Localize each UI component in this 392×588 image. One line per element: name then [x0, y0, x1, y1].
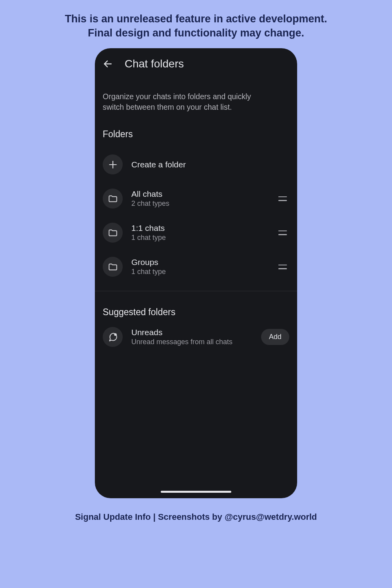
folder-subtitle: 2 chat types — [131, 200, 270, 208]
back-arrow-icon[interactable] — [103, 59, 113, 69]
disclaimer-banner: This is an unreleased feature in active … — [65, 0, 327, 40]
description-text: Organize your chats into folders and qui… — [103, 91, 289, 113]
suggested-row-unreads: Unreads Unread messages from all chats A… — [103, 318, 289, 356]
folder-row-groups[interactable]: Groups 1 chat type — [103, 250, 289, 284]
phone-frame: Chat folders Organize your chats into fo… — [95, 48, 297, 498]
folder-name: 1:1 chats — [131, 223, 270, 233]
folder-name: Groups — [131, 258, 270, 267]
folder-subtitle: 1 chat type — [131, 234, 270, 242]
folder-name: All chats — [131, 189, 270, 199]
create-folder-row[interactable]: Create a folder — [103, 147, 289, 181]
page-title: Chat folders — [125, 58, 184, 70]
suggested-section-title: Suggested folders — [103, 307, 289, 318]
drag-handle-icon[interactable] — [278, 230, 287, 235]
folder-icon-wrap — [103, 223, 123, 243]
folder-icon-wrap — [103, 257, 123, 277]
drag-handle-icon[interactable] — [278, 265, 287, 269]
folder-subtitle: 1 chat type — [131, 268, 270, 276]
folders-section-title: Folders — [103, 129, 289, 140]
drag-handle-icon[interactable] — [278, 196, 287, 201]
disclaimer-line1: This is an unreleased feature in active … — [65, 12, 327, 26]
home-indicator[interactable] — [161, 491, 231, 493]
folder-icon — [108, 262, 118, 272]
folder-row-all-chats[interactable]: All chats 2 chat types — [103, 181, 289, 216]
chat-unread-icon — [108, 332, 118, 342]
credit-footer: Signal Update Info | Screenshots by @cyr… — [75, 512, 317, 522]
plus-icon — [108, 160, 118, 170]
suggested-name: Unreads — [131, 328, 252, 337]
create-folder-label: Create a folder — [131, 160, 289, 169]
add-button[interactable]: Add — [261, 329, 289, 345]
chat-unread-icon-wrap — [103, 327, 123, 347]
app-bar: Chat folders — [95, 48, 297, 76]
content-area: Organize your chats into folders and qui… — [95, 76, 297, 498]
folder-icon — [108, 228, 118, 238]
disclaimer-line2: Final design and functionality may chang… — [65, 26, 327, 40]
suggested-subtitle: Unread messages from all chats — [131, 338, 252, 346]
svg-point-3 — [114, 333, 117, 336]
section-divider — [95, 291, 297, 291]
folder-row-1to1[interactable]: 1:1 chats 1 chat type — [103, 216, 289, 250]
plus-icon-wrap — [103, 154, 123, 174]
folder-icon-wrap — [103, 189, 123, 209]
folder-icon — [108, 194, 118, 204]
